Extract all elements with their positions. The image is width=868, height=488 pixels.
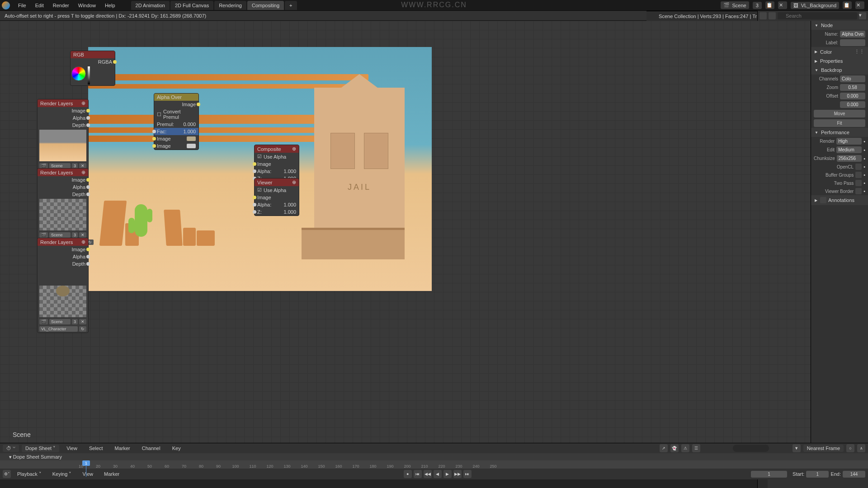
backdrop-cactus — [135, 204, 147, 237]
scene-breadcrumb: Scene — [13, 431, 31, 438]
groups-chk[interactable] — [855, 172, 862, 178]
tab-add[interactable]: + — [285, 1, 297, 10]
menu-render[interactable]: Render — [48, 1, 74, 10]
tl-playback[interactable]: Playback ˅ — [13, 469, 46, 479]
menu-help[interactable]: Help — [100, 1, 120, 10]
outliner-search[interactable] — [778, 12, 857, 19]
zoom-field[interactable]: 0.58 — [840, 84, 865, 91]
outliner-view-icon[interactable] — [760, 12, 767, 19]
color-wheel[interactable] — [71, 66, 86, 81]
err-chk[interactable]: ⚠ — [681, 444, 689, 452]
outliner-filter-icon[interactable]: ▾ — [859, 12, 866, 19]
timeline-panel: ⏱ ˅ Dope Sheet ˅ View Select Marker Chan… — [0, 443, 868, 478]
hidden-chk[interactable]: 👻 — [670, 444, 679, 452]
np-backdrop-hdr[interactable]: Backdrop — [811, 66, 868, 75]
summary-row[interactable]: ▾ Dope Sheet Summary — [0, 453, 868, 460]
np-node-hdr[interactable]: Node — [811, 21, 868, 30]
viewlayer-new[interactable]: 📋 — [843, 1, 852, 9]
tl-key[interactable]: Key — [168, 444, 185, 453]
tl-view[interactable]: View — [62, 444, 82, 453]
tl-ruler[interactable]: 1020304050607080901001101201301401501601… — [0, 460, 868, 469]
compositor-editor[interactable]: JAIL RGB RGBA Render Layers⊕ Image Alpha… — [0, 21, 811, 443]
tl-keying[interactable]: Keying ˅ — [48, 469, 76, 479]
app-logo[interactable] — [2, 1, 10, 9]
np-color-hdr[interactable]: Color⋮⋮ — [811, 47, 868, 56]
backdrop-building: JAIL — [314, 88, 405, 259]
proportional-icon[interactable]: ○ — [846, 444, 854, 452]
border-chk[interactable] — [855, 188, 862, 194]
node-label-field[interactable] — [840, 39, 865, 46]
menu-window[interactable]: Window — [74, 1, 100, 10]
tl-options[interactable]: ⚙˅ — [3, 470, 11, 478]
end-frame[interactable]: 144 — [843, 471, 865, 478]
tl-search[interactable] — [733, 445, 769, 452]
np-performance-hdr[interactable]: Performance — [811, 128, 868, 137]
jump-end-btn[interactable]: ⏭ — [463, 470, 472, 478]
scene-new[interactable]: 📋 — [765, 1, 774, 9]
backdrop-rocks — [102, 183, 219, 246]
node-composite[interactable]: Composite⊕ ☑Use Alpha Image Alpha:1.000 … — [254, 145, 299, 183]
chunksize-dd[interactable]: 256x256 — [837, 155, 862, 162]
offset-x[interactable]: 0.000 — [840, 93, 865, 99]
current-frame[interactable]: 1 — [751, 471, 787, 478]
channels-dd[interactable]: Colo — [840, 75, 865, 82]
play-btn[interactable]: ▶ — [443, 470, 452, 478]
watermark-text: WWW.RRCG.CN — [401, 1, 467, 9]
menu-edit[interactable]: Edit — [31, 1, 48, 10]
editor-type-dd[interactable]: ⏱ ˅ — [3, 445, 19, 452]
rl2-preview — [39, 199, 86, 230]
viewlayer-del[interactable]: ✕ — [855, 1, 864, 9]
play-rev-btn[interactable]: ◀ — [434, 470, 442, 478]
tab-2d-animation[interactable]: 2D Animation — [131, 1, 170, 10]
node-n-panel: Node Name: Label: Color⋮⋮ Properties Bac… — [811, 21, 868, 443]
summary-chk[interactable]: ☰ — [692, 444, 700, 452]
filter-icon[interactable]: ▼ — [793, 444, 801, 452]
start-frame[interactable]: 1 — [806, 471, 829, 478]
tab-rendering[interactable]: Rendering — [214, 1, 246, 10]
scene-selector[interactable]: 🎬Scene — [721, 1, 749, 9]
viewlayer-selector[interactable]: 🖼VL_Background — [791, 2, 839, 9]
node-alpha-over[interactable]: Alpha Over Image ☐Convert Premul Premul:… — [154, 93, 199, 150]
opencl-chk[interactable] — [855, 164, 862, 170]
snap-dd[interactable]: Nearest Frame — [803, 445, 844, 452]
sel-only-chk[interactable]: ↗ — [660, 444, 668, 452]
node-rgb[interactable]: RGB RGBA — [70, 51, 115, 86]
node-render-layers-2[interactable]: Render Layers⊕ Image Alpha Depth 🎬Scene3… — [37, 168, 89, 246]
tab-2d-full-canvas[interactable]: 2D Full Canvas — [170, 1, 213, 10]
offset-y[interactable]: 0.000 — [840, 101, 865, 108]
top-menu-bar: File Edit Render Window Help 2D Animatio… — [0, 0, 868, 11]
node-viewer[interactable]: Viewer⊕ ☑Use Alpha Image Alpha:1.000 Z:1… — [254, 178, 299, 216]
autokey-btn[interactable]: ● — [404, 470, 412, 478]
scene-count: 3 — [753, 2, 762, 9]
twopass-chk[interactable] — [855, 180, 862, 186]
tl-marker[interactable]: Marker — [110, 444, 134, 453]
backdrop-fit-btn[interactable]: Fit — [814, 119, 865, 127]
backdrop-move-btn[interactable]: Move — [814, 110, 865, 117]
keyframe-next-btn[interactable]: ▶▶ — [453, 470, 462, 478]
rl1-preview — [39, 130, 86, 161]
prop-mode-icon[interactable]: ∧ — [857, 444, 865, 452]
tl-cursor[interactable] — [86, 460, 86, 477]
np-annotations-hdr[interactable]: Annotations — [811, 195, 868, 205]
scene-del[interactable]: ✕ — [778, 1, 787, 9]
keyframe-prev-btn[interactable]: ◀◀ — [424, 470, 432, 478]
node-render-layers-3[interactable]: Render Layers⊕ Image Alpha Depth 🎬Scene3… — [37, 238, 89, 333]
tl-channel[interactable]: Channel — [137, 444, 165, 453]
tl-viewb[interactable]: View — [78, 469, 98, 479]
np-properties-hdr[interactable]: Properties — [811, 56, 868, 66]
rl3-preview — [39, 286, 86, 317]
node-name-field[interactable] — [840, 31, 865, 38]
edit-quality-dd[interactable]: Medium — [836, 146, 862, 153]
dopesheet-mode-dd[interactable]: Dope Sheet ˅ — [22, 445, 59, 452]
tab-compositing[interactable]: Compositing — [247, 1, 284, 10]
tl-markerb[interactable]: Marker — [99, 469, 124, 479]
jump-start-btn[interactable]: ⏮ — [414, 470, 422, 478]
menu-file[interactable]: File — [14, 1, 31, 10]
render-quality-dd[interactable]: High — [836, 138, 862, 145]
info-bar: Auto-offset set to right - press T to to… — [0, 11, 646, 21]
node-render-layers-1[interactable]: Render Layers⊕ Image Alpha Depth 🎬Scene3… — [37, 99, 89, 177]
outliner-display-mode[interactable] — [769, 12, 776, 19]
tl-select[interactable]: Select — [85, 444, 108, 453]
